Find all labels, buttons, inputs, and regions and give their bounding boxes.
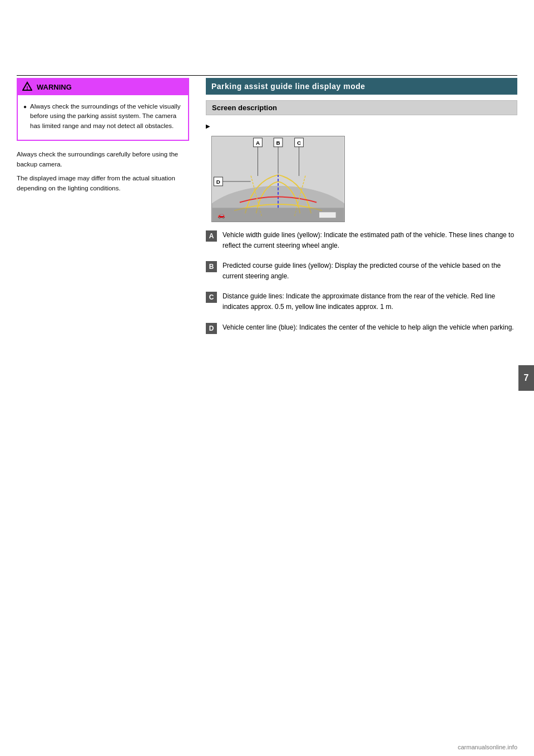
right-column: Parking assist guide line display mode S…: [200, 78, 517, 344]
left-para-1: Always check the surroundings carefully …: [17, 150, 189, 170]
svg-rect-21: [319, 212, 336, 218]
descriptions-list: A Vehicle width guide lines (yellow): In…: [206, 230, 517, 334]
chapter-number: 7: [524, 373, 529, 382]
sub-section-title-text: Screen description: [212, 104, 277, 112]
badge-d: D: [206, 323, 217, 334]
svg-text:!: !: [27, 85, 28, 91]
warning-label: WARNING: [37, 83, 72, 91]
svg-text:C: C: [297, 140, 301, 146]
desc-text-c: Distance guide lines: Indicate the appro…: [222, 291, 517, 312]
warning-header: ! WARNING: [18, 79, 188, 95]
desc-item-d: D Vehicle center line (blue): Indicates …: [206, 322, 517, 334]
watermark-text: carmanualsonline.info: [458, 744, 517, 750]
desc-item-a: A Vehicle width guide lines (yellow): In…: [206, 230, 517, 251]
warning-bullet-item: Always check the surroundings of the veh…: [23, 102, 182, 131]
chapter-tab: 7: [518, 365, 534, 391]
section-title-text: Parking assist guide line display mode: [211, 82, 365, 91]
svg-text:A: A: [256, 140, 260, 146]
desc-item-c: C Distance guide lines: Indicate the app…: [206, 291, 517, 312]
svg-text:D: D: [216, 179, 220, 185]
watermark: carmanualsonline.info: [458, 744, 517, 750]
desc-text-a: Vehicle width guide lines (yellow): Indi…: [222, 230, 517, 251]
desc-text-d: Vehicle center line (blue): Indicates th…: [222, 322, 517, 333]
sub-section-title: Screen description: [206, 100, 517, 115]
warning-text: Always check the surroundings of the veh…: [30, 102, 182, 131]
warning-body: Always check the surroundings of the veh…: [23, 100, 182, 135]
svg-text:🚗: 🚗: [217, 211, 225, 219]
camera-diagram: A B C D 🚗: [211, 136, 345, 222]
badge-a: A: [206, 230, 217, 242]
left-body-text: Always check the surroundings carefully …: [17, 150, 189, 194]
desc-text-b: Predicted course guide lines (yellow): D…: [222, 261, 517, 281]
section-title: Parking assist guide line display mode: [206, 78, 517, 95]
badge-b: B: [206, 261, 217, 272]
warning-box: ! WARNING Always check the surroundings …: [17, 78, 189, 141]
camera-svg: A B C D 🚗: [212, 136, 344, 222]
left-para-2: The displayed image may differ from the …: [17, 174, 189, 194]
warning-triangle-icon: !: [22, 81, 32, 93]
desc-item-b: B Predicted course guide lines (yellow):…: [206, 261, 517, 281]
badge-c: C: [206, 292, 217, 303]
svg-text:B: B: [276, 140, 280, 146]
intro-bullet: [206, 121, 517, 130]
left-column: ! WARNING Always check the surroundings …: [17, 78, 189, 344]
top-rule: [17, 75, 517, 76]
